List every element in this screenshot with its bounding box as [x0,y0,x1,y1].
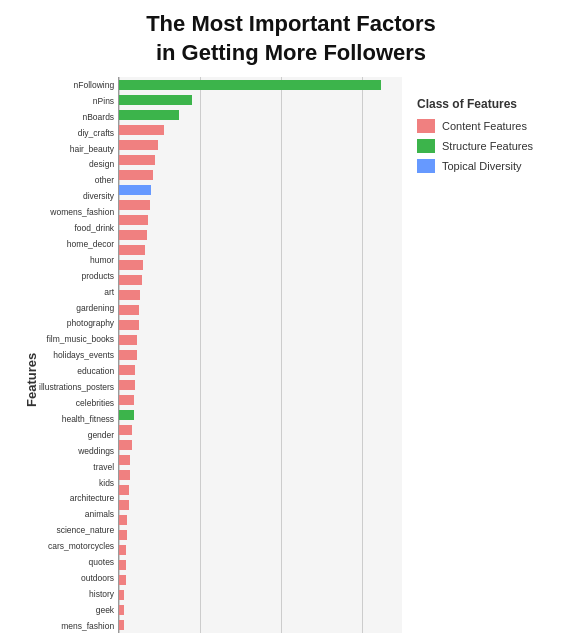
bar [119,395,134,405]
y-label: celebrities [76,396,114,411]
bar [119,335,137,345]
bar [119,95,192,105]
bar-row [119,618,402,631]
bar-row [119,408,402,421]
bar [119,185,151,195]
y-label: food_drink [74,221,114,236]
legend-color-box [417,159,435,173]
bar-row [119,558,402,571]
bar [119,440,132,450]
y-label: health_fitness [62,412,114,427]
bar-row [119,393,402,406]
bar [119,260,143,270]
bar [119,410,134,420]
bar [119,500,129,510]
bar [119,380,135,390]
bar-row [119,108,402,121]
bar [119,515,127,525]
y-label: womens_fashion [50,205,114,220]
y-label: gender [88,428,114,443]
bar-row [119,258,402,271]
bar [119,200,150,210]
bar [119,275,142,285]
bar [119,215,148,225]
y-label: cars_motorcycles [48,539,114,554]
title-line1: The Most Important Factors [146,11,436,36]
y-label: kids [99,475,114,490]
bar [119,80,381,90]
bar-row [119,363,402,376]
y-label: art [104,284,114,299]
legend-label: Content Features [442,120,527,132]
bar [119,470,130,480]
bar-row [119,93,402,106]
bar-row [119,438,402,451]
bar [119,140,158,150]
y-label: hair_beauty [70,141,114,156]
y-label: illustrations_posters [39,380,114,395]
bars-and-legend: Class of Features Content FeaturesStruct… [118,77,572,633]
bar-row [119,123,402,136]
y-label: science_nature [56,523,114,538]
bar-row [119,288,402,301]
bar [119,245,145,255]
bar-row [119,603,402,616]
bar-row [119,378,402,391]
bar-row [119,168,402,181]
y-label: education [77,364,114,379]
bar-row [119,333,402,346]
legend-label: Topical Diversity [442,160,521,172]
bar-row [119,138,402,151]
y-label: weddings [78,443,114,458]
legend-color-box [417,119,435,133]
legend-item: Topical Diversity [417,159,572,173]
bar-row [119,348,402,361]
bar [119,545,125,555]
bar [119,590,124,600]
legend-label: Structure Features [442,140,533,152]
legend-title: Class of Features [417,97,572,111]
chart-inner: Class of Features Content FeaturesStruct… [118,77,572,633]
bar-row [119,78,402,91]
bar [119,110,179,120]
title-line2: in Getting More Followers [156,40,426,65]
bar-row [119,513,402,526]
y-label: products [82,269,115,284]
bar [119,125,164,135]
y-label: diversity [83,189,114,204]
y-label: nBoards [82,109,114,124]
bar-row [119,273,402,286]
bar-row [119,153,402,166]
bar [119,230,146,240]
y-label: mens_fashion [61,618,114,633]
bar-row [119,423,402,436]
bar-row [119,453,402,466]
bar [119,530,127,540]
bar-row [119,303,402,316]
bar-row [119,183,402,196]
bar [119,305,138,315]
bar [119,155,155,165]
bar [119,350,137,360]
bar [119,455,130,465]
bar-row [119,213,402,226]
y-label: design [89,157,114,172]
y-label: quotes [89,555,115,570]
y-label: film_music_books [47,332,115,347]
bar-row [119,318,402,331]
bar [119,365,135,375]
bar-row [119,498,402,511]
bar-row [119,243,402,256]
y-label: holidays_events [53,348,114,363]
legend-item: Structure Features [417,139,572,153]
bar [119,485,129,495]
bars-area [118,77,402,633]
y-label: nFollowing [73,78,114,93]
y-label: animals [85,507,114,522]
y-label: other [95,173,114,188]
y-label: nPins [93,94,114,109]
bar-row [119,468,402,481]
bar-row [119,483,402,496]
bar-row [119,528,402,541]
bar [119,170,153,180]
